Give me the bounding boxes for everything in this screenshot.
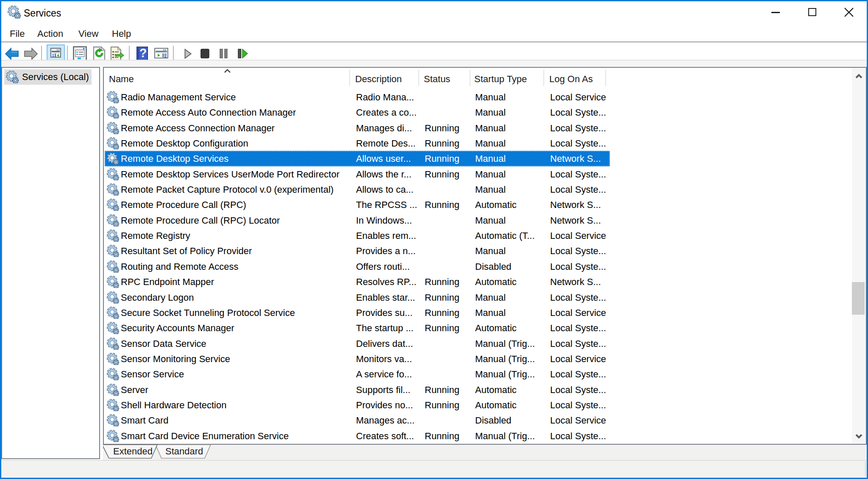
svg-text:?: ? [139,47,147,60]
